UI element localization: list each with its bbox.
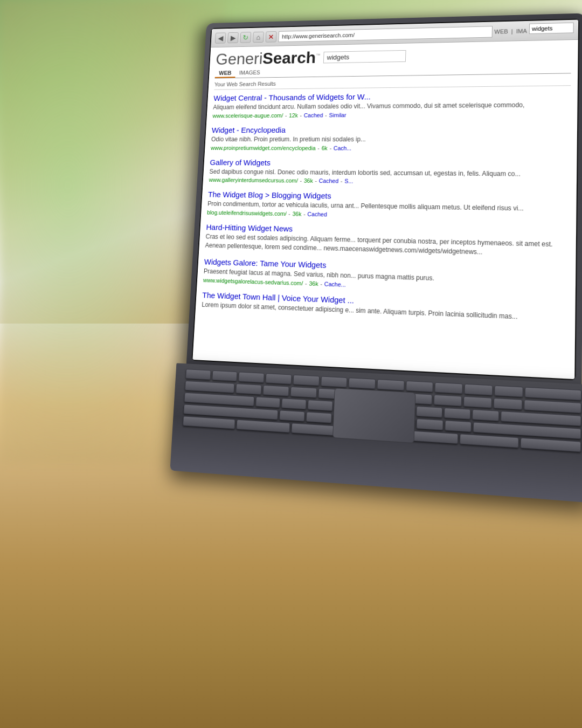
result-4-url: blog.uteleifendrisuswidgets.com/ <box>207 209 287 217</box>
refresh-button[interactable]: ↻ <box>240 32 251 43</box>
result-item: Widgets Galore: Tame Your Widgets Praese… <box>203 257 569 295</box>
result-item: The Widget Blog > Blogging Widgets Proin… <box>207 190 570 222</box>
key-enter[interactable] <box>524 400 581 413</box>
key-ctrl-r[interactable] <box>520 437 581 452</box>
result-2-desc: Odio vitae nibh. Proin pretium. In preti… <box>211 135 571 144</box>
result-2-url: www.proinpretiumwidget.com/encyclopedia <box>211 145 316 151</box>
key-caps[interactable] <box>184 393 254 407</box>
key-ctrl[interactable] <box>183 416 235 429</box>
key[interactable] <box>293 375 319 386</box>
logo-part2: Search <box>262 49 316 67</box>
web-tab-link[interactable]: WEB <box>494 28 508 35</box>
result-item: The Widget Town Hall | Voice Your Widget… <box>202 290 569 323</box>
key[interactable] <box>266 373 292 384</box>
divider: | <box>511 28 513 35</box>
result-1-url: www.scelerisque-augue.com/ <box>212 112 283 119</box>
key-backspace[interactable] <box>524 387 581 401</box>
key[interactable] <box>377 379 405 390</box>
key[interactable] <box>445 420 472 432</box>
result-6-cached[interactable]: Cache... <box>324 280 346 287</box>
key[interactable] <box>465 384 493 396</box>
key[interactable] <box>185 369 211 380</box>
result-1-size: 12k <box>289 112 298 118</box>
result-item: Gallery of Widgets Sed dapibus congue ni… <box>209 158 570 187</box>
result-2-title[interactable]: Widget - Encyclopedia <box>212 125 571 134</box>
result-2-meta: www.proinpretiumwidget.com/encyclopedia … <box>211 145 570 152</box>
key[interactable] <box>308 400 333 411</box>
result-3-url: www.galleryinterdumsedcursus.com/ <box>209 177 298 184</box>
results-header-text: Your Web Search Results <box>214 81 276 88</box>
result-item: Hard-Hitting Widget News Cras et leo sed… <box>205 223 569 259</box>
result-1-meta: www.scelerisque-augue.com/ - 12k - Cache… <box>212 111 570 119</box>
key[interactable] <box>494 398 523 410</box>
key[interactable] <box>349 377 376 389</box>
laptop: ◀ ▶ ↻ ⌂ ✕ http://www.generisearch.com/ W… <box>179 2 582 509</box>
key[interactable] <box>306 411 332 423</box>
url-text: http://www.generisearch.com/ <box>282 32 355 39</box>
key[interactable] <box>416 406 442 418</box>
result-item: Widget Central - Thousands of Widgets fo… <box>212 90 571 119</box>
logo-text: GeneriSearch™ <box>216 49 321 67</box>
browser-content: GeneriSearch™ WEB IMAGES Your Web Search… <box>192 40 578 379</box>
screen-display: ◀ ▶ ↻ ⌂ ✕ http://www.generisearch.com/ W… <box>192 20 578 380</box>
key[interactable] <box>290 387 317 398</box>
results-header: Your Web Search Results <box>214 77 571 90</box>
result-3-title[interactable]: Gallery of Widgets <box>210 158 570 169</box>
key[interactable] <box>463 396 492 408</box>
tab-images[interactable]: IMAGES <box>235 68 264 78</box>
tab-web[interactable]: WEB <box>215 69 235 78</box>
result-2-cached[interactable]: Cach... <box>334 145 352 151</box>
key[interactable] <box>472 409 499 421</box>
result-3-size: 36k <box>304 178 313 184</box>
forward-button[interactable]: ▶ <box>227 32 239 43</box>
stop-button[interactable]: ✕ <box>266 31 277 43</box>
result-2-size: 6k <box>321 145 328 151</box>
key[interactable] <box>494 386 523 397</box>
key[interactable] <box>239 372 265 383</box>
key[interactable] <box>435 382 463 394</box>
key[interactable] <box>281 398 307 409</box>
result-item: Widget - Encyclopedia Odio vitae nibh. P… <box>211 125 571 152</box>
images-tab-link[interactable]: IMA <box>516 28 527 34</box>
search-input-top[interactable] <box>529 22 574 33</box>
result-1-cached[interactable]: Cached <box>303 112 323 119</box>
result-4-size: 36k <box>292 211 301 217</box>
trackpad[interactable] <box>332 388 415 443</box>
result-3-cached[interactable]: Cached <box>319 178 339 184</box>
address-bar[interactable]: http://www.generisearch.com/ <box>278 26 492 42</box>
logo-part1: Generi <box>216 50 264 68</box>
key[interactable] <box>321 376 348 387</box>
back-button[interactable]: ◀ <box>215 32 226 43</box>
key[interactable] <box>263 385 289 396</box>
home-button[interactable]: ⌂ <box>253 31 264 43</box>
search-area-top <box>529 22 574 33</box>
key[interactable] <box>255 396 280 408</box>
key[interactable] <box>444 408 471 420</box>
key[interactable] <box>280 410 305 421</box>
screen-panel: ◀ ▶ ↻ ⌂ ✕ http://www.generisearch.com/ W… <box>186 13 582 390</box>
key[interactable] <box>416 418 443 430</box>
key-alt[interactable] <box>237 420 290 433</box>
result-4-cached[interactable]: Cached <box>307 211 327 217</box>
key[interactable] <box>235 383 262 395</box>
key[interactable] <box>212 370 238 381</box>
nav-links: WEB | IMA <box>494 28 527 35</box>
screen-bezel: ◀ ▶ ↻ ⌂ ✕ http://www.generisearch.com/ W… <box>191 19 579 381</box>
key[interactable] <box>433 395 461 407</box>
key-alt-r[interactable] <box>460 434 519 448</box>
result-3-similar[interactable]: S... <box>344 178 353 184</box>
logo-tm: ™ <box>316 53 321 58</box>
key-tab[interactable] <box>185 381 235 393</box>
key[interactable] <box>406 381 433 393</box>
result-1-similar[interactable]: Similar <box>329 112 346 118</box>
result-6-size: 36k <box>309 280 318 286</box>
result-1-desc: Aliquam eleifend tincidunt arcu. Nullam … <box>213 100 571 112</box>
search-input-main[interactable] <box>323 50 406 63</box>
